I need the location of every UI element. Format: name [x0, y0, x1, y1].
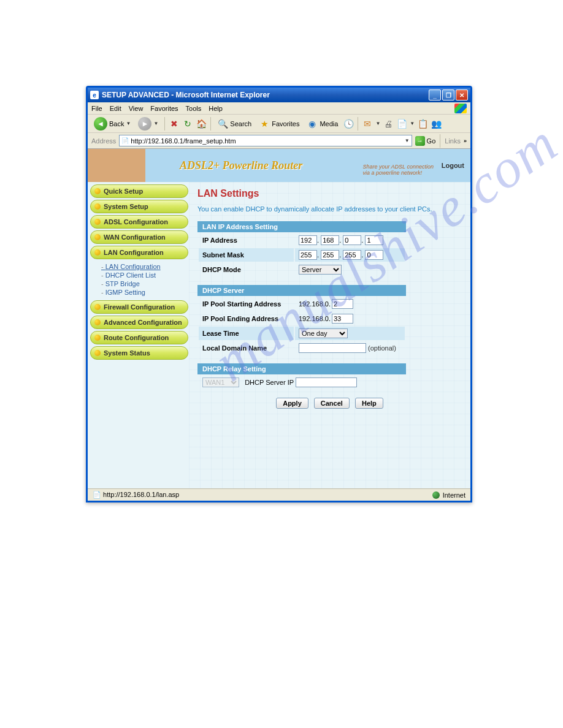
ie-icon: e [90, 91, 99, 99]
subnav-dhcp-client-list[interactable]: DHCP Client List [101, 271, 186, 279]
window-titlebar: e SETUP ADVANCED - Microsoft Internet Ex… [88, 88, 470, 102]
local-domain-input[interactable] [299, 343, 366, 353]
internet-icon [432, 491, 440, 499]
dhcp-mode-select[interactable]: Server [299, 265, 342, 275]
mask-octet-3[interactable] [343, 250, 361, 260]
dhcp-server-ip-input[interactable] [296, 377, 357, 387]
relay-interface-select[interactable]: WAN1 [202, 377, 239, 387]
page-description: You can enable DHCP to dynamically alloc… [197, 205, 462, 213]
optional-label: (optional) [368, 344, 396, 352]
refresh-icon[interactable]: ↻ [182, 118, 193, 129]
nav-route-config[interactable]: Route Configuration [90, 331, 188, 344]
maximize-button[interactable]: ❐ [442, 89, 454, 100]
go-button[interactable]: → Go [415, 136, 436, 146]
local-domain-label: Local Domain Name [199, 341, 294, 355]
button-row: Apply Cancel Help [197, 398, 462, 409]
apply-button[interactable]: Apply [276, 398, 308, 409]
favorites-label: Favorites [272, 120, 299, 127]
search-button[interactable]: 🔍 Search [215, 117, 254, 131]
forward-icon: ► [138, 117, 151, 131]
mask-octet-2[interactable] [321, 250, 339, 260]
menu-file[interactable]: File [91, 105, 102, 112]
logout-link[interactable]: Logout [442, 162, 464, 169]
search-label: Search [230, 120, 251, 127]
router-banner: ADSL2+ Powerline Router Share your ADSL … [88, 149, 470, 182]
forward-button[interactable]: ► ▼ [136, 116, 161, 132]
links-button[interactable]: Links [445, 137, 461, 145]
nav-quick-setup[interactable]: Quick Setup [90, 184, 188, 198]
back-label: Back [109, 120, 124, 127]
page-title: LAN Settings [197, 188, 462, 199]
menu-view[interactable]: View [129, 105, 144, 112]
discuss-icon[interactable]: 📋 [417, 118, 428, 129]
dot-icon [94, 234, 101, 240]
media-label: Media [320, 120, 338, 127]
subnav-igmp-setting[interactable]: IGMP Setting [101, 288, 186, 297]
stop-icon[interactable]: ✖ [169, 118, 180, 129]
nav-adsl-config[interactable]: ADSL Configuration [90, 215, 188, 229]
address-input[interactable] [131, 137, 402, 145]
browser-window: e SETUP ADVANCED - Microsoft Internet Ex… [86, 86, 472, 502]
window-title: SETUP ADVANCED - Microsoft Internet Expl… [102, 91, 270, 99]
nav-label: WAN Configuration [104, 233, 166, 241]
back-button[interactable]: ◄ Back ▼ [91, 116, 133, 132]
messenger-icon[interactable]: 👥 [431, 118, 442, 129]
cancel-button[interactable]: Cancel [314, 398, 350, 409]
edit-icon[interactable]: 📄 [396, 118, 407, 129]
ip-octet-3[interactable] [343, 235, 361, 245]
media-button[interactable]: ◉ Media [304, 117, 340, 131]
ip-address-label: IP Address [199, 233, 294, 247]
nav-lan-config[interactable]: LAN Configuration [90, 246, 188, 259]
nav-wan-config[interactable]: WAN Configuration [90, 230, 188, 244]
nav-firewall-config[interactable]: Firewall Configuration [90, 300, 188, 314]
pool-end-input[interactable] [332, 314, 353, 324]
dot-icon [94, 304, 101, 310]
dot-icon [94, 219, 101, 225]
nav-label: LAN Configuration [104, 249, 164, 256]
nav-advanced-config[interactable]: Advanced Configuration [90, 316, 188, 329]
subnet-mask-fields: . . . [295, 248, 405, 262]
chevron-down-icon[interactable]: ▼ [405, 138, 410, 143]
print-icon[interactable]: 🖨 [383, 118, 394, 129]
pool-start-input[interactable] [332, 299, 353, 309]
lease-time-select[interactable]: One day [299, 328, 348, 338]
ip-prefix: 192.168.0. [299, 300, 331, 308]
menu-favorites[interactable]: Favorites [150, 105, 178, 112]
ip-octet-2[interactable] [321, 235, 339, 245]
chevron-down-icon: ▼ [375, 121, 380, 126]
nav-label: Route Configuration [104, 334, 169, 341]
mail-icon[interactable]: ✉ [362, 118, 373, 129]
menu-tools[interactable]: Tools [186, 105, 202, 112]
menu-help[interactable]: Help [209, 105, 223, 112]
mask-octet-1[interactable] [299, 250, 317, 260]
dhcp-relay-header: DHCP Relay Setting [197, 363, 406, 374]
address-input-wrap[interactable]: 📄 ▼ [119, 135, 412, 146]
nav-system-setup[interactable]: System Setup [90, 200, 188, 213]
status-bar: 📄 http://192.168.0.1/lan.asp Internet [88, 488, 470, 501]
ip-octet-1[interactable] [299, 235, 317, 245]
favorites-button[interactable]: ★ Favorites [256, 117, 302, 131]
star-icon: ★ [259, 118, 270, 129]
status-url: 📄 http://192.168.0.1/lan.asp [93, 491, 179, 499]
subnav-lan-configuration[interactable]: LAN Configuration [101, 262, 186, 271]
history-icon[interactable]: 🕓 [343, 118, 354, 129]
ip-octet-4[interactable] [365, 235, 383, 245]
home-icon[interactable]: 🏠 [196, 118, 207, 129]
dhcp-server-header: DHCP Server [197, 285, 406, 296]
go-icon: → [415, 136, 425, 146]
separator [164, 117, 165, 131]
nav-system-status[interactable]: System Status [90, 346, 188, 360]
nav-label: Quick Setup [104, 188, 143, 195]
minimize-button[interactable]: _ [429, 89, 441, 100]
chevron-down-icon: ▼ [153, 121, 158, 126]
lease-time-label: Lease Time [199, 327, 294, 340]
nav-label: System Status [104, 349, 150, 357]
subnav-stp-bridge[interactable]: STP Bridge [101, 279, 186, 288]
lan-ip-header: LAN IP Address Setting [197, 221, 406, 232]
mask-octet-4[interactable] [365, 250, 383, 260]
subnet-mask-label: Subnet Mask [199, 248, 294, 262]
separator [358, 117, 358, 131]
menu-edit[interactable]: Edit [110, 105, 121, 112]
help-button[interactable]: Help [355, 398, 383, 409]
close-button[interactable]: ✕ [456, 89, 468, 100]
